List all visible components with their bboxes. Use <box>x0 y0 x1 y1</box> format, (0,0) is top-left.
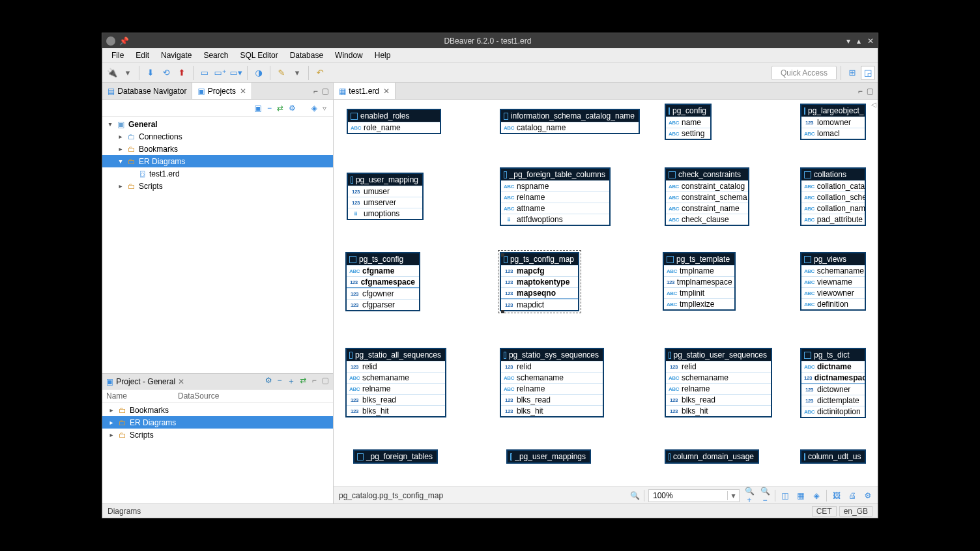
erd-column[interactable]: 123dictnamespac <box>801 372 865 384</box>
erd-table-pg_ts_template[interactable]: pg_ts_templateABCtmplname123tmplnamespac… <box>663 252 736 311</box>
sql-editor-icon[interactable]: ▭ <box>197 66 212 80</box>
project-item-scripts[interactable]: ▸🗀Scripts <box>102 429 333 441</box>
project-item-er-diagrams[interactable]: ▸🗀ER Diagrams <box>102 416 333 429</box>
zoom-out-icon[interactable]: 🔍− <box>759 487 771 505</box>
panel-link-icon[interactable]: ⇄ <box>300 376 307 387</box>
dropdown-icon[interactable]: ▾ <box>121 66 135 80</box>
erd-column[interactable]: ABCpad_attribute <box>801 214 865 225</box>
panel-max-icon[interactable]: ▢ <box>322 376 329 387</box>
erd-settings-icon[interactable]: ⚙ <box>862 491 874 500</box>
erd-table-header[interactable]: enabled_roles <box>348 110 440 122</box>
erd-table-header[interactable]: collations <box>801 169 865 180</box>
tree-item-er-diagrams[interactable]: ▾🗀ER Diagrams <box>102 155 333 167</box>
edit-icon[interactable]: ✎ <box>274 66 289 80</box>
erd-column[interactable]: 123blks_read <box>347 394 445 405</box>
tab-database-navigator[interactable]: ▤ Database Navigator <box>102 83 192 99</box>
erd-layout-icon[interactable]: ◫ <box>779 491 791 500</box>
new-project-icon[interactable]: ▣ <box>255 104 262 113</box>
erd-table-pg_ts_config_map[interactable]: pg_ts_config_map123mapcfg123maptokentype… <box>500 252 579 311</box>
erd-table-_pg_foreign_table_columns[interactable]: _pg_foreign_table_columnsABCnspnameABCre… <box>500 167 611 226</box>
erd-column[interactable]: 123blks_read <box>666 394 771 405</box>
erd-column[interactable]: ABCconstraint_name <box>666 203 748 214</box>
erd-column[interactable]: 123cfgowner <box>347 288 419 299</box>
erd-column[interactable]: ABCrole_name <box>348 122 440 133</box>
maximize-view-icon[interactable]: ▢ <box>322 87 329 96</box>
erd-canvas-area[interactable]: enabled_rolesABCrole_nameinformation_sch… <box>334 100 878 487</box>
erd-column[interactable]: ABCschemaname <box>347 372 445 383</box>
erd-column[interactable]: 123blks_hit <box>501 405 603 416</box>
erd-column[interactable]: ⠿umoptions <box>348 208 422 219</box>
erd-column[interactable]: 123dictowner <box>801 384 865 395</box>
erd-table-header[interactable]: pg_ts_config <box>347 253 419 265</box>
menu-sql-editor[interactable]: SQL Editor <box>235 49 283 61</box>
erd-table-header[interactable]: _pg_foreign_tables <box>354 451 437 462</box>
erd-column[interactable]: 123relid <box>501 361 603 372</box>
erd-table-header[interactable]: pg_statio_user_sequences <box>666 349 771 361</box>
reconnect-icon[interactable]: ⟲ <box>159 66 173 80</box>
project-tree[interactable]: ▸🗀Bookmarks▸🗀ER Diagrams▸🗀Scripts <box>102 403 333 503</box>
sql-new-icon[interactable]: ▭⁺ <box>213 66 227 80</box>
tree-item-connections[interactable]: ▸🗀Connections <box>102 130 333 143</box>
menu-navigate[interactable]: Navigate <box>156 49 197 61</box>
erd-column[interactable]: ABCcollation_schem <box>801 191 865 203</box>
erd-table-header[interactable]: pg_config <box>666 105 710 117</box>
erd-table-pg_largeobject[interactable]: pg_largeobject_123lomownerABClomacl <box>800 104 866 140</box>
erd-column[interactable]: ABCsetting <box>666 128 710 139</box>
erd-column[interactable]: ABCrelname <box>666 383 771 394</box>
erd-column[interactable]: ABCtmplname <box>664 265 734 276</box>
erd-table-pg_user_mapping[interactable]: pg_user_mapping123umuser123umserver⠿umop… <box>347 173 424 220</box>
erd-column[interactable]: ABCconstraint_catalog <box>666 180 748 191</box>
erd-table-header[interactable]: pg_ts_template <box>664 253 734 265</box>
erd-column[interactable]: 123blks_read <box>501 394 603 405</box>
link-icon[interactable]: ⇄ <box>277 104 283 113</box>
erd-table-header[interactable]: pg_user_mapping <box>348 174 422 186</box>
erd-column[interactable]: ABCtmplinit <box>664 287 734 298</box>
pin-icon[interactable]: 📌 <box>119 36 129 46</box>
erd-column[interactable]: ABCcollation_catalo <box>801 180 865 191</box>
erd-column[interactable]: ABCdefinition <box>801 298 865 309</box>
editor-min-icon[interactable]: ⌐ <box>858 87 863 96</box>
erd-column[interactable]: ⠿attfdwoptions <box>501 214 609 225</box>
erd-canvas[interactable]: enabled_rolesABCrole_nameinformation_sch… <box>334 100 870 487</box>
erd-column[interactable]: ABCviewname <box>801 276 865 287</box>
erd-column[interactable]: ABCattname <box>501 203 609 214</box>
collapse-icon[interactable]: − <box>267 104 272 113</box>
erd-table-pg_config[interactable]: pg_configABCnameABCsetting <box>665 104 712 140</box>
erd-column[interactable]: ABCschemaname <box>501 372 603 383</box>
menu-help[interactable]: Help <box>369 49 396 61</box>
erd-table-header[interactable]: column_domain_usage <box>666 451 758 462</box>
menu-window[interactable]: Window <box>330 49 368 61</box>
erd-column[interactable]: ABCcfgname <box>347 265 419 276</box>
erd-column[interactable]: ABCschemaname <box>666 372 771 383</box>
maximize-icon[interactable]: ▴ <box>857 36 861 46</box>
erd-grid-icon[interactable]: ▦ <box>795 491 807 500</box>
panel-min-icon[interactable]: ⌐ <box>312 376 317 387</box>
erd-column[interactable]: ABCtmpllexize <box>664 298 734 309</box>
erd-table-header[interactable]: _pg_foreign_table_columns <box>501 169 609 180</box>
erd-table-header[interactable]: pg_ts_config_map <box>501 253 578 265</box>
erd-export-image-icon[interactable]: 🖼 <box>831 491 843 500</box>
zoom-dropdown-icon[interactable]: ▾ <box>727 491 739 500</box>
sql-recent-icon[interactable]: ▭▾ <box>229 66 243 80</box>
menu-database[interactable]: Database <box>285 49 328 61</box>
erd-column[interactable]: ABCnspname <box>501 180 609 191</box>
erd-table-header[interactable]: information_schema_catalog_name <box>501 110 639 122</box>
erd-table-column_domain_usage[interactable]: column_domain_usage <box>665 449 759 464</box>
perspective-2-icon[interactable]: ◲ <box>861 66 875 80</box>
erd-table-header[interactable]: pg_ts_dict <box>801 349 865 361</box>
erd-column[interactable]: ABCcollation_name <box>801 203 865 214</box>
view-menu-icon[interactable]: ▿ <box>323 104 326 113</box>
erd-column[interactable]: 123tmplnamespace <box>664 276 734 287</box>
connect-icon[interactable]: ⬇ <box>143 66 158 80</box>
erd-table-pg_ts_dict[interactable]: pg_ts_dictABCdictname123dictnamespac123d… <box>800 348 866 418</box>
close-panel-icon[interactable]: ✕ <box>178 377 184 386</box>
panel-collapse-icon[interactable]: − <box>278 376 282 387</box>
minimize-view-icon[interactable]: ⌐ <box>313 87 318 96</box>
erd-table-pg_statio_sys_sequences[interactable]: pg_statio_sys_sequences123relidABCschema… <box>500 348 604 417</box>
erd-table-_pg_foreign_tables[interactable]: _pg_foreign_tables <box>353 449 438 464</box>
erd-table-pg_ts_config[interactable]: pg_ts_configABCcfgname123cfgnamespace123… <box>345 252 420 311</box>
new-connection-icon[interactable]: 🔌 <box>105 66 119 80</box>
erd-column[interactable]: ABCcheck_clause <box>666 214 748 225</box>
tab-test1-erd[interactable]: ▦ test1.erd ✕ <box>334 83 396 99</box>
erd-column[interactable]: ABClomacl <box>801 128 865 139</box>
